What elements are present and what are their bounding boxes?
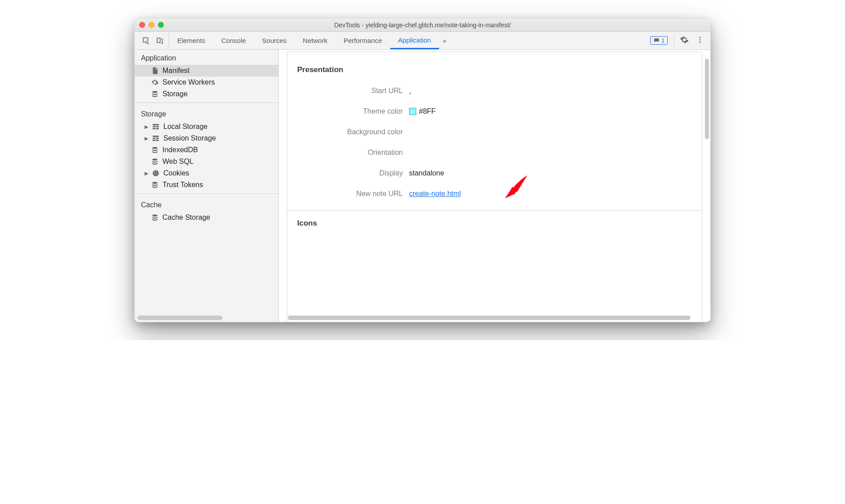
- row-background-color: Background color: [297, 128, 692, 136]
- sidebar-item-label: Cookies: [163, 169, 189, 177]
- inspect-element-icon[interactable]: [142, 36, 151, 45]
- issues-badge[interactable]: 1: [650, 36, 668, 45]
- sidebar-horizontal-scrollbar[interactable]: [137, 316, 222, 320]
- panel-tabs: Elements Console Sources Network Perform…: [169, 32, 450, 49]
- label-start-url: Start URL: [297, 87, 409, 95]
- manifest-panel: Presentation Start URL . Theme color #8F…: [279, 50, 710, 322]
- svg-point-5: [156, 171, 157, 172]
- svg-point-7: [156, 173, 157, 174]
- sidebar-item-session-storage[interactable]: ▶ Session Storage: [135, 132, 278, 144]
- sidebar-section-storage: Storage: [135, 106, 278, 121]
- manifest-content: Presentation Start URL . Theme color #8F…: [287, 51, 702, 322]
- sidebar-item-websql[interactable]: Web SQL: [135, 156, 278, 167]
- message-icon: [653, 38, 660, 44]
- theme-color-swatch: [409, 108, 416, 115]
- caret-right-icon: ▶: [145, 171, 149, 176]
- devtools-window: DevTools - yielding-large-chef.glitch.me…: [134, 18, 711, 322]
- sidebar-item-label: Trust Tokens: [162, 181, 203, 189]
- caret-right-icon: ▶: [145, 136, 149, 141]
- database-icon: [151, 90, 159, 98]
- titlebar[interactable]: DevTools - yielding-large-chef.glitch.me…: [135, 18, 710, 32]
- label-orientation: Orientation: [297, 149, 409, 157]
- label-display: Display: [297, 169, 409, 177]
- label-new-note-url: New note URL: [297, 190, 409, 198]
- sidebar-item-label: Cache Storage: [162, 214, 210, 222]
- sidebar-divider: [135, 103, 278, 103]
- tab-performance[interactable]: Performance: [336, 32, 390, 49]
- link-start-url[interactable]: .: [409, 87, 411, 95]
- cookie-icon: [152, 169, 160, 177]
- sidebar-item-manifest[interactable]: Manifest: [135, 65, 278, 77]
- row-start-url: Start URL .: [297, 87, 692, 95]
- sidebar-section-application: Application: [135, 50, 278, 65]
- value-theme-color: #8FF: [419, 107, 435, 115]
- link-new-note-url[interactable]: create-note.html: [409, 190, 461, 198]
- value-display: standalone: [409, 169, 444, 177]
- sidebar-divider: [135, 193, 278, 194]
- devtools-toolbar: Elements Console Sources Network Perform…: [135, 32, 710, 50]
- sidebar-item-local-storage[interactable]: ▶ Local Storage: [135, 121, 278, 132]
- content-vertical-scrollbar[interactable]: [705, 59, 709, 139]
- caret-right-icon: ▶: [145, 124, 149, 130]
- settings-gear-icon[interactable]: [676, 35, 692, 46]
- window-title: DevTools - yielding-large-chef.glitch.me…: [135, 21, 710, 29]
- row-new-note-url: New note URL create-note.html: [297, 190, 692, 198]
- issues-count: 1: [661, 37, 665, 44]
- label-theme-color: Theme color: [297, 107, 409, 115]
- database-icon: [151, 214, 159, 222]
- sidebar-item-label: Session Storage: [163, 134, 216, 142]
- sidebar-item-indexeddb[interactable]: IndexedDB: [135, 144, 278, 156]
- sidebar-item-trust-tokens[interactable]: Trust Tokens: [135, 179, 278, 191]
- sidebar-item-label: Local Storage: [163, 123, 208, 131]
- kebab-menu-icon[interactable]: [692, 36, 708, 45]
- svg-point-6: [154, 174, 155, 175]
- section-heading-icons: Icons: [297, 219, 692, 228]
- sidebar-item-label: Manifest: [162, 67, 189, 75]
- section-heading-presentation: Presentation: [297, 65, 692, 74]
- row-orientation: Orientation: [297, 149, 692, 157]
- section-divider: [287, 210, 702, 211]
- row-display: Display standalone: [297, 169, 692, 177]
- sidebar-item-storage[interactable]: Storage: [135, 88, 278, 100]
- document-icon: [151, 67, 159, 75]
- svg-point-1: [700, 39, 701, 41]
- label-background-color: Background color: [297, 128, 409, 136]
- content-horizontal-scrollbar[interactable]: [288, 316, 691, 320]
- sidebar-section-cache: Cache: [135, 196, 278, 212]
- tab-console[interactable]: Console: [213, 32, 254, 49]
- sidebar-item-service-workers[interactable]: Service Workers: [135, 77, 278, 88]
- sidebar-item-cache-storage[interactable]: Cache Storage: [135, 212, 278, 223]
- svg-point-0: [700, 37, 701, 38]
- tab-network[interactable]: Network: [295, 32, 336, 49]
- sidebar-item-label: IndexedDB: [162, 146, 198, 154]
- database-icon: [151, 146, 159, 154]
- table-icon: [152, 123, 160, 131]
- database-icon: [151, 181, 159, 189]
- sidebar-item-label: Service Workers: [162, 78, 215, 86]
- tab-sources[interactable]: Sources: [254, 32, 295, 49]
- svg-point-2: [700, 42, 701, 43]
- sidebar-item-label: Web SQL: [162, 158, 193, 166]
- application-sidebar: Application Manifest Service Workers Sto…: [135, 50, 279, 322]
- svg-point-3: [153, 170, 159, 176]
- device-toolbar-icon[interactable]: [155, 36, 164, 45]
- row-theme-color: Theme color #8FF: [297, 107, 692, 115]
- annotation-arrow-icon: [499, 173, 530, 210]
- more-tabs-chevron-icon[interactable]: »: [439, 37, 450, 44]
- devtools-body: Application Manifest Service Workers Sto…: [135, 50, 710, 322]
- sidebar-item-label: Storage: [162, 90, 188, 98]
- svg-point-4: [154, 172, 155, 173]
- tab-elements[interactable]: Elements: [169, 32, 213, 49]
- table-icon: [152, 134, 160, 142]
- database-icon: [151, 158, 159, 166]
- sidebar-item-cookies[interactable]: ▶ Cookies: [135, 167, 278, 179]
- tab-application[interactable]: Application: [390, 32, 439, 49]
- toolbar-divider: [674, 35, 674, 46]
- gear-icon: [151, 78, 159, 86]
